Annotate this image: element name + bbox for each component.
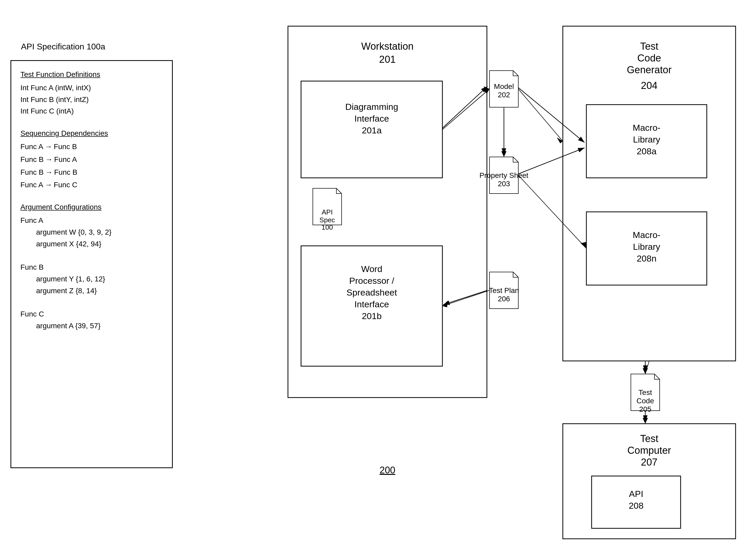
diagramming-label-2: Interface xyxy=(354,114,389,123)
macro2-label-2: Library xyxy=(633,242,660,252)
tcg-number: 204 xyxy=(641,80,657,91)
tcg-label-1: Test xyxy=(640,41,659,52)
wp-label-3: Spreadsheet xyxy=(347,288,397,297)
wp-label-2: Processor / xyxy=(349,276,394,286)
tc-label-2: Computer xyxy=(628,445,671,456)
workstation-title: Workstation xyxy=(361,41,413,52)
macro2-label-3: 208n xyxy=(637,253,656,263)
tcg-box xyxy=(563,26,735,361)
api-inner-label-1: API xyxy=(629,489,643,499)
model-label-2: 202 xyxy=(498,91,510,99)
api-spec-doc-label-3: 100 xyxy=(321,223,333,231)
tc-label-1: Test xyxy=(640,433,659,444)
diagram-container: API Specification 100a Test Function Def… xyxy=(0,0,756,555)
wp-label-5: 201b xyxy=(362,311,382,321)
macro1-label-1: Macro- xyxy=(633,123,661,133)
test-plan-label-2: 206 xyxy=(498,295,510,303)
macro1-label-3: 208a xyxy=(637,146,656,156)
api-spec-doc-label-2: Spec xyxy=(319,216,335,224)
test-code-label-1: Test xyxy=(638,388,652,396)
model-label-1: Model xyxy=(494,82,514,90)
macro1-label-2: Library xyxy=(633,134,660,144)
arrow-model-tcg xyxy=(518,89,563,141)
wp-label-4: Interface xyxy=(354,299,389,309)
diagramming-label-3: 201a xyxy=(362,125,382,135)
workstation-number: 201 xyxy=(379,54,396,65)
tc-label-3: 207 xyxy=(641,457,657,468)
test-plan-label-1: Test Plan xyxy=(489,286,519,295)
diagram-number: 200 xyxy=(380,465,395,475)
macro2-label-1: Macro- xyxy=(633,230,661,240)
property-sheet-label-2: 203 xyxy=(498,180,510,188)
api-inner-label-2: 208 xyxy=(629,501,644,511)
test-code-label-2: Code xyxy=(637,397,654,405)
diagramming-label-1: Diagramming xyxy=(345,102,398,112)
tcg-label-3: Generator xyxy=(627,65,671,75)
tcg-label-2: Code xyxy=(637,52,661,63)
api-spec-doc-label-1: API xyxy=(322,208,333,216)
diagram-svg: Workstation 201 Diagramming Interface 20… xyxy=(0,0,756,555)
wp-label-1: Word xyxy=(361,264,383,274)
